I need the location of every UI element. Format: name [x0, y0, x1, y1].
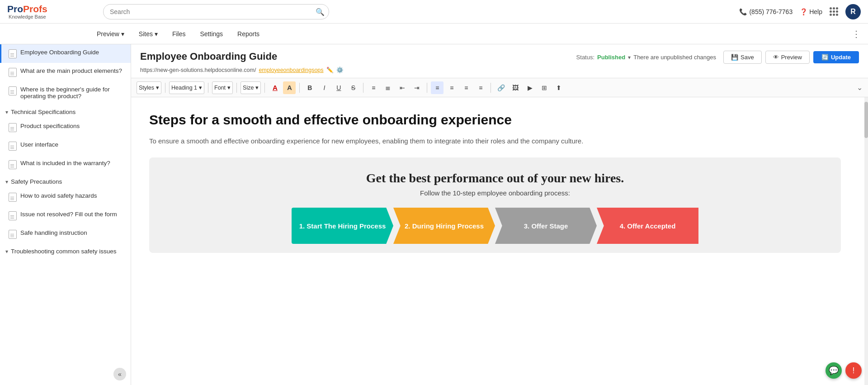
- font-select[interactable]: Font ▾: [212, 81, 233, 94]
- sync-icon: 🔄: [821, 54, 829, 61]
- italic-button[interactable]: I: [318, 81, 330, 94]
- doc-icon: [9, 49, 17, 58]
- nav-files-label: Files: [172, 30, 186, 38]
- help-link[interactable]: ❓ Help: [800, 8, 822, 15]
- chevron-down-icon: ▾: [255, 84, 259, 91]
- avatar[interactable]: R: [845, 4, 861, 19]
- article-title: Employee Onboarding Guide: [140, 51, 277, 62]
- url-slug[interactable]: employeeonboardingsops: [259, 67, 323, 73]
- sidebar-item-product-specs[interactable]: Product specifications: [0, 118, 131, 137]
- nav-settings[interactable]: Settings: [193, 27, 229, 41]
- logo-profs: Profs: [23, 4, 47, 14]
- doc-icon: [9, 230, 17, 239]
- phone-number: (855) 776-7763: [749, 8, 793, 15]
- sidebar-item-warranty[interactable]: What is included in the warranty?: [0, 155, 131, 174]
- font-color-button[interactable]: A: [269, 81, 281, 94]
- nav-more-icon[interactable]: ⋮: [852, 29, 861, 39]
- article-desc-text: To ensure a smooth and effective onboard…: [149, 137, 583, 145]
- text-highlight-button[interactable]: A: [283, 81, 296, 94]
- ordered-list-button[interactable]: ≡: [367, 81, 380, 94]
- sidebar-section-label: Safety Precautions: [11, 178, 62, 185]
- align-left-button[interactable]: ≡: [431, 81, 443, 94]
- search-input[interactable]: [103, 4, 329, 19]
- grid-icon[interactable]: [830, 7, 838, 16]
- sidebar-item-label: Employee Onboarding Guide: [20, 49, 99, 56]
- preview-button[interactable]: 👁 Preview: [765, 51, 810, 64]
- image-button[interactable]: 🖼: [509, 81, 522, 94]
- link-button[interactable]: 🔗: [495, 81, 507, 94]
- align-right-button[interactable]: ≡: [460, 81, 472, 94]
- size-select[interactable]: Size ▾: [241, 81, 261, 94]
- sidebar-item-fill-form[interactable]: Issue not resolved? Fill out the form: [0, 206, 131, 225]
- chevron-down-icon: ▾: [156, 84, 159, 91]
- sidebar-item-safe-handling[interactable]: Safe handling instruction: [0, 225, 131, 243]
- bold-button[interactable]: B: [303, 81, 316, 94]
- table-button[interactable]: ⊞: [538, 81, 551, 94]
- sidebar-item-avoid-hazards[interactable]: How to avoid safety hazards: [0, 188, 131, 206]
- search-bar[interactable]: 🔍: [103, 4, 329, 19]
- sidebar: Employee Onboarding Guide What are the m…: [0, 44, 131, 385]
- heading-select[interactable]: Heading 1 ▾: [169, 81, 204, 94]
- sidebar-item-user-interface[interactable]: User interface: [0, 137, 131, 155]
- toolbar-separator-2: [208, 83, 208, 93]
- toolbar-expand-button[interactable]: ⌄: [857, 83, 863, 92]
- step-4: 4. Offer Accepted: [597, 208, 698, 244]
- doc-icon: [9, 142, 17, 151]
- sidebar-section-tech[interactable]: ▾ Technical Specifications: [0, 104, 131, 118]
- outdent-button[interactable]: ⇤: [396, 81, 409, 94]
- scrollbar-track[interactable]: [864, 97, 868, 385]
- nav-preview[interactable]: Preview ▾: [90, 27, 131, 41]
- action-buttons: 💾 Save 👁 Preview 🔄 Update: [723, 51, 859, 64]
- chat-icon[interactable]: 💬: [826, 362, 842, 379]
- sidebar-item-beginners-guide[interactable]: Where is the beginner's guide for operat…: [0, 81, 131, 104]
- infographic-title: Get the best performance out of your new…: [158, 171, 832, 185]
- status-arrow-icon[interactable]: ▾: [628, 54, 631, 61]
- sidebar-section-safety[interactable]: ▾ Safety Precautions: [0, 174, 131, 188]
- sidebar-collapse-button[interactable]: «: [113, 368, 126, 380]
- chevron-down-icon: ▾: [227, 84, 231, 91]
- sidebar-section-label: Troubleshooting common safety issues: [11, 248, 117, 255]
- step-3: 3. Offer Stage: [495, 208, 597, 244]
- nav-items: Preview ▾ Sites ▾ Files Settings Reports: [90, 27, 266, 41]
- update-button[interactable]: 🔄 Update: [813, 51, 859, 63]
- step-1: 1. Start The Hiring Process: [292, 208, 393, 244]
- content-area: Employee Onboarding Guide Status: Publis…: [131, 44, 868, 385]
- scrollbar-thumb[interactable]: [864, 102, 868, 138]
- align-justify-button[interactable]: ≡: [474, 81, 487, 94]
- sidebar-section-troubleshooting[interactable]: ▾ Troubleshooting common safety issues: [0, 243, 131, 257]
- nav-reports-label: Reports: [237, 30, 259, 38]
- sidebar-item-label: How to avoid safety hazards: [20, 192, 97, 199]
- video-button[interactable]: ▶: [524, 81, 536, 94]
- settings-icon[interactable]: ⚙️: [336, 67, 344, 73]
- edit-icon[interactable]: ✏️: [326, 67, 334, 73]
- sidebar-item-product-elements[interactable]: What are the main product elements?: [0, 63, 131, 81]
- save-label: Save: [741, 54, 754, 61]
- nav-files[interactable]: Files: [166, 27, 192, 41]
- underline-button[interactable]: U: [332, 81, 345, 94]
- styles-select[interactable]: Styles ▾: [137, 81, 161, 94]
- nav-sites[interactable]: Sites ▾: [132, 27, 164, 41]
- doc-icon: [9, 211, 17, 220]
- infographic-subtitle: Follow the 10-step employee onboarding p…: [158, 189, 832, 197]
- heading-label: Heading 1: [171, 85, 197, 91]
- collapse-icon: «: [118, 371, 122, 378]
- sidebar-item-label: Safe handling instruction: [20, 229, 87, 236]
- align-center-button[interactable]: ≡: [445, 81, 458, 94]
- nav-reports[interactable]: Reports: [231, 27, 266, 41]
- alert-icon[interactable]: !: [845, 362, 862, 379]
- strikethrough-button[interactable]: S: [347, 81, 359, 94]
- eye-icon: 👁: [773, 54, 779, 61]
- indent-button[interactable]: ⇥: [410, 81, 423, 94]
- infographic: Get the best performance out of your new…: [149, 157, 841, 253]
- content-header: Employee Onboarding Guide Status: Publis…: [131, 44, 868, 78]
- toolbar-separator-6: [363, 83, 363, 93]
- unordered-list-button[interactable]: ≣: [382, 81, 394, 94]
- save-button[interactable]: 💾 Save: [723, 51, 762, 64]
- chevron-down-icon-sites: ▾: [155, 30, 158, 38]
- status-row: Status: Published ▾ There are unpublishe…: [576, 54, 716, 61]
- upload-button[interactable]: ⬆: [552, 81, 565, 94]
- main-layout: Employee Onboarding Guide What are the m…: [0, 44, 868, 385]
- phone-link[interactable]: 📞 (855) 776-7763: [739, 8, 793, 15]
- help-label: Help: [809, 8, 822, 15]
- sidebar-item-onboarding-guide[interactable]: Employee Onboarding Guide: [0, 44, 131, 63]
